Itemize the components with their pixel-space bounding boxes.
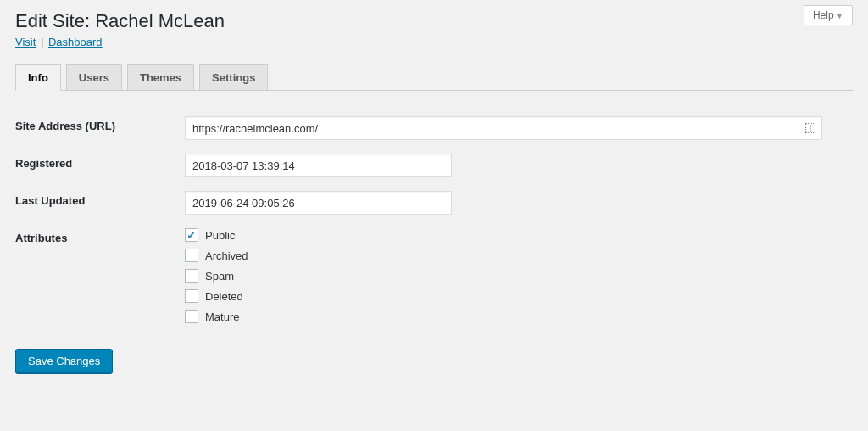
attribute-row[interactable]: Mature xyxy=(185,310,844,323)
attribute-row[interactable]: Spam xyxy=(185,269,844,283)
link-separator: | xyxy=(39,36,45,48)
checkbox-label: Public xyxy=(205,229,235,242)
help-button[interactable]: Help xyxy=(804,5,853,25)
checkbox-label: Spam xyxy=(205,270,234,283)
attributes-label: Attributes xyxy=(15,221,185,330)
tab-users[interactable]: Users xyxy=(66,64,122,91)
dashboard-link[interactable]: Dashboard xyxy=(48,36,103,48)
attributes-group: PublicArchivedSpamDeletedMature xyxy=(185,228,844,323)
save-changes-button[interactable]: Save Changes xyxy=(15,349,113,373)
registered-label: Registered xyxy=(15,147,185,184)
site-url-input[interactable] xyxy=(185,116,822,140)
tab-themes[interactable]: Themes xyxy=(127,64,194,91)
url-info-icon: i xyxy=(805,123,815,133)
url-label: Site Address (URL) xyxy=(15,109,185,147)
tab-bar: InfoUsersThemesSettings xyxy=(15,64,853,91)
last-updated-input[interactable] xyxy=(185,191,452,215)
tab-settings[interactable]: Settings xyxy=(199,64,268,91)
checkbox-public[interactable] xyxy=(185,228,198,242)
tab-info[interactable]: Info xyxy=(15,64,61,91)
page-wrap: Edit Site: Rachel McLean Visit | Dashboa… xyxy=(0,0,868,373)
checkbox-archived[interactable] xyxy=(185,249,198,262)
page-title: Edit Site: Rachel McLean xyxy=(15,10,853,32)
visit-link[interactable]: Visit xyxy=(15,36,36,48)
checkbox-label: Mature xyxy=(205,311,239,323)
sublinks: Visit | Dashboard xyxy=(15,36,853,48)
form-table: Site Address (URL) i Registered Last Upd… xyxy=(15,109,853,330)
updated-label: Last Updated xyxy=(15,184,185,221)
checkbox-label: Archived xyxy=(205,249,248,262)
checkbox-deleted[interactable] xyxy=(185,289,198,303)
attribute-row[interactable]: Archived xyxy=(185,249,844,262)
attribute-row[interactable]: Deleted xyxy=(185,289,844,303)
checkbox-label: Deleted xyxy=(205,290,243,303)
checkbox-mature[interactable] xyxy=(185,310,198,323)
registered-input[interactable] xyxy=(185,154,452,177)
attribute-row[interactable]: Public xyxy=(185,228,844,242)
checkbox-spam[interactable] xyxy=(185,269,198,283)
